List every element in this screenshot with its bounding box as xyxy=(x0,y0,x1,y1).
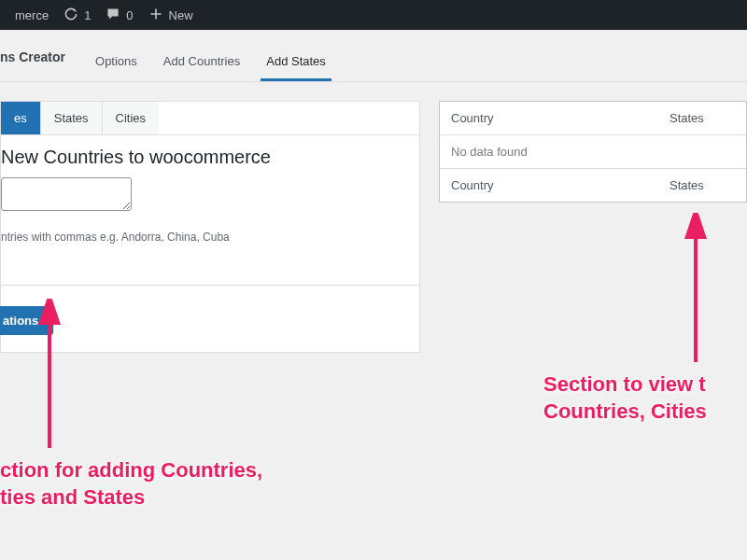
panel-heading: New Countries to woocommerce xyxy=(1,147,406,168)
add-panel: es States Cities New Countries to woocom… xyxy=(0,101,420,353)
tab-add-states[interactable]: Add States xyxy=(253,45,339,81)
mini-tab-countries[interactable]: es xyxy=(1,102,41,134)
mini-tabs: es States Cities xyxy=(1,102,419,135)
panel-body: New Countries to woocommerce ntries with… xyxy=(1,135,419,266)
table-empty: No data found xyxy=(440,135,746,169)
annotation-right: Section to view t Countries, Cities xyxy=(543,371,707,425)
admin-bar-new[interactable]: New xyxy=(141,7,201,24)
input-hint: ntries with commas e.g. Andorra, China, … xyxy=(1,231,406,244)
admin-bar-comments[interactable]: 0 xyxy=(98,7,140,24)
content-area: es States Cities New Countries to woocom… xyxy=(0,82,747,353)
left-column: es States Cities New Countries to woocom… xyxy=(0,101,420,353)
admin-bar-new-label: New xyxy=(169,8,193,22)
table-footer: Country States xyxy=(440,169,746,202)
countries-table: Country States No data found Country Sta… xyxy=(439,101,747,203)
countries-input[interactable] xyxy=(1,177,132,211)
right-column: Country States No data found Country Sta… xyxy=(439,101,747,353)
comment-icon xyxy=(106,7,120,24)
table-header-states: States xyxy=(669,111,735,125)
admin-bar-site-label: merce xyxy=(15,8,49,22)
subnav: ns Creator Options Add Countries Add Sta… xyxy=(0,30,747,82)
plus-icon xyxy=(148,7,163,24)
mini-tab-cities[interactable]: Cities xyxy=(103,102,160,134)
tab-add-countries[interactable]: Add Countries xyxy=(150,45,253,81)
admin-bar: merce 1 0 New xyxy=(0,0,747,30)
table-footer-country: Country xyxy=(451,178,669,192)
table-header-country: Country xyxy=(451,111,669,125)
admin-bar-comments-count: 0 xyxy=(126,8,133,22)
table-empty-text: No data found xyxy=(451,145,735,159)
admin-bar-updates-count: 1 xyxy=(84,8,91,22)
mini-tab-states[interactable]: States xyxy=(41,102,103,134)
annotation-left: ction for adding Countries, ties and Sta… xyxy=(0,457,262,511)
table-header: Country States xyxy=(440,102,746,135)
tab-options[interactable]: Options xyxy=(82,45,150,81)
button-row: ations xyxy=(0,285,419,352)
admin-bar-site[interactable]: merce xyxy=(7,8,56,22)
save-button[interactable]: ations xyxy=(0,306,53,335)
admin-bar-updates[interactable]: 1 xyxy=(56,7,98,24)
table-footer-states: States xyxy=(669,178,735,192)
breadcrumb: ns Creator xyxy=(0,49,82,81)
refresh-icon xyxy=(63,7,78,24)
